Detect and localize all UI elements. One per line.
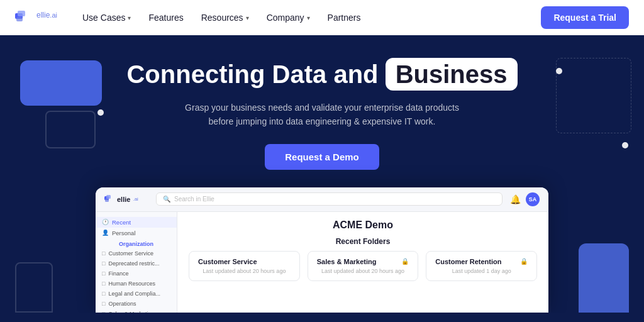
use-cases-chevron-icon: ▾ — [128, 14, 131, 21]
app-main-title: ACME Demo — [189, 219, 537, 231]
sidebar-item-personal[interactable]: 👤 Personal — [96, 228, 177, 238]
app-body: 🕐 Recent 👤 Personal Organization □ Custo… — [96, 212, 548, 313]
recent-folders-label: Recent Folders — [189, 237, 537, 246]
hero-title-highlight: Business — [386, 58, 518, 91]
folders-row: Customer Service Last updated about 20 h… — [189, 251, 537, 281]
personal-icon: 👤 — [102, 230, 109, 236]
app-main: ACME Demo Recent Folders Customer Servic… — [177, 212, 548, 313]
sidebar-item-deprecated[interactable]: □ Deprecated restric... — [96, 258, 177, 269]
sidebar-organization-label: Organization — [96, 238, 177, 248]
resources-chevron-icon: ▾ — [246, 14, 249, 21]
request-trial-button[interactable]: Request a Trial — [541, 6, 629, 29]
app-topbar-icons: 🔔 SA — [510, 192, 540, 206]
hero-title: Connecting Data and Business — [0, 58, 644, 91]
folder-meta-cs: Last updated about 20 hours ago — [198, 268, 291, 274]
hero-section: Connecting Data and Business Grasp your … — [0, 35, 644, 313]
search-icon: 🔍 — [163, 196, 170, 203]
app-sidebar: 🕐 Recent 👤 Personal Organization □ Custo… — [96, 212, 177, 313]
folder-icon-ops: □ — [102, 301, 105, 307]
folder-card-header-sm: Sales & Marketing 🔒 — [317, 258, 409, 265]
nav-company[interactable]: Company ▾ — [267, 13, 310, 23]
folder-name-sm: Sales & Marketing — [317, 258, 377, 265]
folder-icon-dep: □ — [102, 260, 105, 267]
company-chevron-icon: ▾ — [307, 14, 310, 21]
sidebar-item-sales[interactable]: □ Sales & Marketing — [96, 309, 177, 313]
app-search-bar[interactable]: 🔍 Search in Ellie — [156, 192, 502, 206]
folder-meta-sm: Last updated about 20 hours ago — [317, 268, 409, 274]
logo-text: ellie.ai — [36, 11, 57, 25]
lock-icon-sm: 🔒 — [401, 258, 409, 265]
sidebar-item-finance[interactable]: □ Finance — [96, 269, 177, 279]
bell-icon[interactable]: 🔔 — [510, 194, 521, 204]
deco-rect-bottom-left — [15, 262, 53, 313]
deco-dot-right-mid — [622, 142, 628, 148]
deco-dot-left — [97, 109, 104, 116]
nav-use-cases[interactable]: Use Cases ▾ — [82, 13, 131, 23]
app-logo-icon — [104, 195, 114, 203]
sidebar-item-customer-service[interactable]: □ Customer Service — [96, 248, 177, 258]
folder-card-sales-marketing[interactable]: Sales & Marketing 🔒 Last updated about 2… — [308, 251, 419, 281]
folder-icon-legal: □ — [102, 291, 105, 297]
app-preview: ellie .ai 🔍 Search in Ellie 🔔 SA 🕐 Recen… — [96, 187, 548, 313]
app-logo: ellie .ai — [104, 195, 148, 203]
svg-rect-5 — [105, 199, 109, 202]
folder-icon-cs: □ — [102, 250, 105, 257]
nav-features[interactable]: Features — [148, 13, 183, 23]
deco-rect-bottom-right — [579, 243, 629, 313]
folder-card-customer-service[interactable]: Customer Service Last updated about 20 h… — [189, 251, 300, 281]
avatar: SA — [526, 192, 540, 206]
folder-card-customer-retention[interactable]: Customer Retention 🔒 Last updated 1 day … — [426, 251, 537, 281]
folder-card-header-cr: Customer Retention 🔒 — [435, 258, 528, 265]
folder-meta-cr: Last updated 1 day ago — [435, 268, 528, 274]
app-logo-text: ellie — [117, 196, 130, 203]
request-demo-button[interactable]: Request a Demo — [265, 144, 379, 170]
sidebar-item-operations[interactable]: □ Operations — [96, 299, 177, 309]
navbar: ellie.ai Use Cases ▾ Features Resources … — [0, 0, 644, 35]
svg-rect-4 — [106, 195, 111, 199]
recent-icon: 🕐 — [102, 219, 109, 225]
app-logo-sub: .ai — [133, 196, 138, 202]
sidebar-item-hr[interactable]: □ Human Resources — [96, 279, 177, 289]
nav-resources[interactable]: Resources ▾ — [201, 13, 249, 23]
logo-icon — [15, 11, 33, 25]
app-topbar: ellie .ai 🔍 Search in Ellie 🔔 SA — [96, 187, 548, 212]
search-placeholder: Search in Ellie — [174, 196, 214, 203]
sidebar-item-legal[interactable]: □ Legal and Complia... — [96, 289, 177, 299]
nav-partners[interactable]: Partners — [328, 13, 361, 23]
sidebar-item-recent[interactable]: 🕐 Recent — [96, 217, 177, 228]
lock-icon-cr: 🔒 — [520, 258, 528, 265]
folder-icon-fin: □ — [102, 270, 105, 277]
svg-rect-1 — [18, 11, 25, 16]
folder-icon-sales: □ — [102, 311, 105, 313]
folder-name-cs: Customer Service — [198, 258, 257, 265]
svg-rect-2 — [16, 17, 23, 21]
nav-links: Use Cases ▾ Features Resources ▾ Company… — [82, 13, 521, 23]
folder-card-header-cs: Customer Service — [198, 258, 291, 265]
deco-rect-left-bottom — [45, 111, 96, 148]
folder-name-cr: Customer Retention — [435, 258, 501, 265]
folder-icon-hr: □ — [102, 280, 105, 287]
logo: ellie.ai — [15, 11, 57, 25]
hero-subtitle: Grasp your business needs and validate y… — [177, 101, 467, 129]
